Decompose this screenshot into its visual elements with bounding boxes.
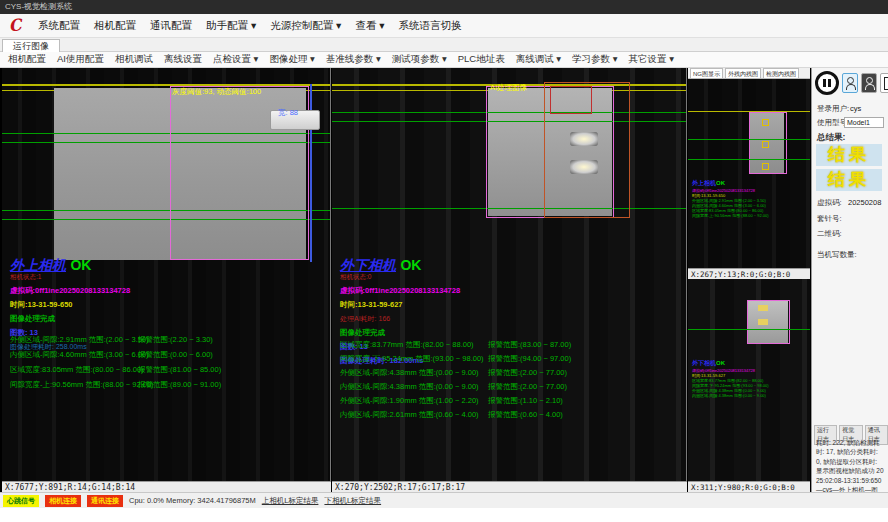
tool-other-setting[interactable]: 其它设置 ▾ [629, 53, 674, 66]
tool-image-process[interactable]: 图像处理 ▾ [269, 53, 314, 66]
user-dark-icon[interactable] [861, 73, 877, 93]
write-count-label: 当机写数量: [817, 250, 857, 260]
login-user-label: 登录用户: [817, 104, 849, 114]
defect-marker [758, 305, 768, 311]
measurement-text: 区域宽度:83.77mm 范围:(82.00 ~ 88.00) [340, 340, 474, 349]
measurement-row: 间隙宽度-下:95.24mm 范围:(93.00 ~ 98.00) 报警范围:(… [340, 354, 680, 364]
center-camera-view[interactable]: AI处理图像 外下相机 OK 相机状态:0 虚拟码:0ff1ine2025020… [332, 68, 687, 481]
status-bar: 心跳信号 相机连接 通讯连接 Cpu: 0.0% Memory: 3424.41… [0, 492, 888, 508]
tool-check-setting[interactable]: 点检设置 ▾ [213, 53, 258, 66]
menu-light-config[interactable]: 光源控制配置 ▾ [270, 19, 341, 33]
time-text: 时间:13-31-59-650 [10, 300, 331, 310]
tab-outer-defect[interactable]: 外残内残图 [725, 68, 761, 78]
comm-connect-badge: 通讯连接 [87, 495, 123, 507]
camera-title: 外上相机 [10, 257, 66, 273]
calib-top-link[interactable]: 上相机L标定结果 [262, 496, 319, 506]
thumbnail-column: NG图显示 外残内残图 检测内残图 外上相机OK 虚拟码:0ff1ine2025… [688, 68, 810, 494]
result-box-top: 结果 [816, 144, 882, 166]
tab-run-image[interactable]: 运行图像 [2, 39, 60, 52]
measurement-row: 外侧区域-间隙:2.91mm 范围:(2.00 ~ 3.50) 报警范围:(2.… [10, 335, 331, 345]
menu-language-switch[interactable]: 系统语言切换 [399, 19, 462, 33]
window-titlebar: CYS-视觉检测系统 [0, 0, 888, 14]
tool-learn-params[interactable]: 学习参数 ▾ [572, 53, 617, 66]
exit-icon[interactable]: → [880, 73, 888, 93]
alarm-range-text: 报警范围:(89.00 ~ 91.00) [138, 380, 221, 390]
overlay-green-line [688, 139, 810, 140]
tab-inner-defect[interactable]: 检测内残图 [763, 68, 799, 78]
menu-comm-config[interactable]: 通讯配置 [150, 19, 192, 33]
time-text: 时间:13-31-59-627 [340, 300, 670, 310]
menu-view[interactable]: 查看 ▾ [355, 19, 384, 33]
measurement-row: 内侧区域-间隙:4.38mm 范围:(0.00 ~ 9.00) 报警范围:(2.… [340, 382, 680, 392]
camera-result: OK [716, 360, 725, 366]
measurement-text: 间隙宽度-下:95.24mm 范围:(93.00 ~ 98.00) [340, 354, 484, 363]
roi-rect [747, 300, 790, 344]
user-icon[interactable] [842, 73, 858, 93]
tool-plc-table[interactable]: PLC地址表 [458, 53, 505, 66]
cpu-memory-text: Cpu: 0.0% Memory: 3424.41796875M [129, 496, 256, 505]
measurement-text: 间隙宽度-上:90.56mm 范围:(88.00 ~ 92.00) [692, 213, 810, 218]
measurement-text: 内侧区域-间隙:4.38mm 范围:(0.00 ~ 9.00) [692, 393, 810, 398]
camera-result: OK [400, 257, 421, 273]
total-result-label: 总结果: [817, 132, 845, 144]
result-box-text: 结果 [828, 170, 870, 189]
defect-marker [758, 319, 768, 325]
tool-offline-setting[interactable]: 离线设置 [164, 53, 202, 66]
measurement-text: 外侧区域-间隙:2.91mm 范围:(2.00 ~ 3.50) [10, 335, 149, 344]
measurement-text: 间隙宽度-上:90.56mm 范围:(88.00 ~ 92.00) [10, 380, 154, 389]
window-title: CYS-视觉检测系统 [5, 2, 72, 11]
tool-ai-config[interactable]: AI使用配置 [57, 53, 104, 66]
calib-bottom-link[interactable]: 下相机L标定结果 [324, 496, 381, 506]
camera-connect-badge: 相机连接 [45, 495, 81, 507]
reflector-highlight [570, 132, 598, 146]
width-overlay-text: 宽: 88 [278, 108, 298, 118]
menu-bar: C 系统配置 相机配置 通讯配置 助手配置 ▾ 光源控制配置 ▾ 查看 ▾ 系统… [0, 14, 888, 38]
app-window: CYS-视觉检测系统 C 系统配置 相机配置 通讯配置 助手配置 ▾ 光源控制配… [0, 0, 888, 522]
alarm-range-text: 报警范围:(1.10 ~ 2.10) [488, 396, 563, 406]
main-area: 灰度阈值:93, 动态阈值:100 宽: 88 外上相机 OK 相机状态:1 虚… [0, 68, 888, 492]
left-pixel-readout: X:7677;Y:891;R:14;G:14;B:14 [2, 481, 331, 492]
process-done-text: 图像处理完成 [10, 314, 331, 324]
tool-test-params[interactable]: 测试项参数 ▾ [392, 53, 447, 66]
thumb-top-view[interactable]: 外上相机OK 虚拟码:0ff1ine20250208133134728 时间:1… [688, 79, 810, 268]
left-camera-view[interactable]: 灰度阈值:93, 动态阈值:100 宽: 88 外上相机 OK 相机状态:1 虚… [2, 68, 331, 481]
pause-icon[interactable] [815, 71, 839, 95]
app-logo-icon: C [5, 15, 25, 36]
result-box-text: 结果 [828, 145, 870, 164]
qr-code-label: 二维码: [817, 229, 842, 239]
user-body-icon [865, 84, 875, 90]
defect-marker [762, 119, 769, 126]
result-box-bottom: 结果 [816, 169, 882, 191]
virtual-code-label: 虚拟码: [817, 198, 842, 208]
measurement-text: 内侧区域-间隙:4.60mm 范围:(3.00 ~ 6.00) [10, 350, 149, 359]
measurement-row: 间隙宽度-上:90.56mm 范围:(88.00 ~ 92.00) 报警范围:(… [10, 380, 331, 390]
measurement-row: 内侧区域-间隙:4.60mm 范围:(3.00 ~ 6.00) 报警范围:(0.… [10, 350, 331, 360]
tab-ng-image[interactable]: NG图显示 [690, 68, 723, 78]
menu-camera-config[interactable]: 相机配置 [94, 19, 136, 33]
right-sidebar: → 登录用户: cys 使用型号: Model1 总结果: 结果 结果 虚拟码:… [811, 68, 888, 494]
login-user-value: cys [850, 104, 861, 113]
thumbnail-tabs: NG图显示 外残内残图 检测内残图 [688, 68, 810, 79]
tool-camera-debug[interactable]: 相机调试 [115, 53, 153, 66]
reflector-highlight [570, 160, 598, 174]
measurement-row: 外侧区域-间隙:4.38mm 范围:(0.00 ~ 9.00) 报警范围:(2.… [340, 368, 680, 378]
overlay-green-line [688, 159, 810, 160]
measurement-text: 区域宽度:83.05mm 范围:(80.00 ~ 86.00) [10, 365, 144, 374]
tool-offline-debug[interactable]: 离线调试 ▾ [516, 53, 561, 66]
camera-result: OK [716, 180, 725, 186]
threshold-overlay-text: 灰度阈值:93, 动态阈值:100 [172, 87, 261, 97]
thumb-bottom-view[interactable]: 外下相机OK 虚拟码:0ff1ine20250208133134728 时间:1… [688, 279, 810, 481]
menu-system-config[interactable]: 系统配置 [38, 19, 80, 33]
tool-baseline-params[interactable]: 基准线参数 ▾ [326, 53, 381, 66]
thumb-bottom-result-text: 外下相机OK 虚拟码:0ff1ine20250208133134728 时间:1… [692, 359, 810, 398]
tool-camera-config[interactable]: 相机配置 [8, 53, 46, 66]
thumb-top-pixel-readout: X:267;Y:13;R:0;G:0;B:0 [688, 268, 810, 279]
needle-number-label: 套针号: [817, 214, 842, 224]
virtual-code-value: 20250208 [848, 198, 881, 207]
menu-assistant-config[interactable]: 助手配置 ▾ [206, 19, 256, 33]
camera-title: 外下相机 [340, 257, 396, 273]
measurement-text: 内侧区域-间隙:4.38mm 范围:(0.00 ~ 9.00) [340, 382, 479, 391]
alarm-range-text: 报警范围:(83.00 ~ 87.00) [488, 340, 571, 350]
model-select[interactable]: Model1 [844, 117, 884, 128]
alarm-range-text: 报警范围:(2.20 ~ 3.30) [138, 335, 213, 345]
